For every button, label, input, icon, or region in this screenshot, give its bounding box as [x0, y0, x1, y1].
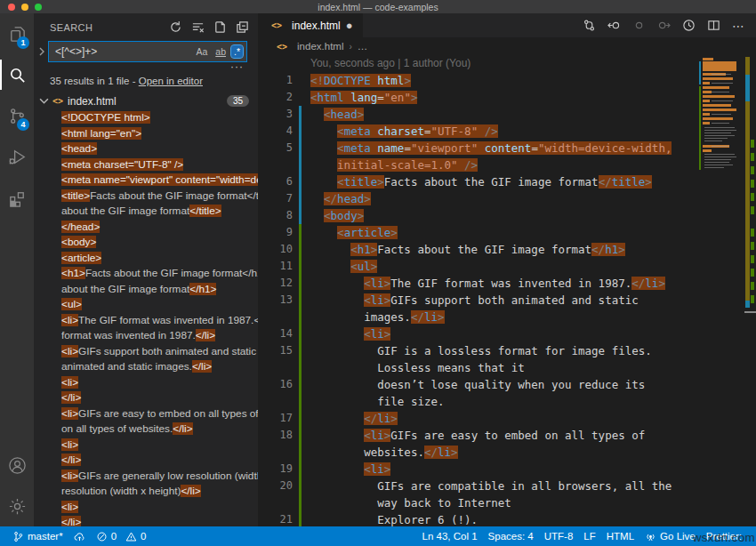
code-line[interactable]: Lossless means that it: [258, 359, 756, 376]
explorer-icon[interactable]: 1: [0, 13, 34, 54]
regex-toggle[interactable]: .*: [231, 45, 243, 58]
code-line[interactable]: 1<!DOCTYPE html>: [258, 72, 756, 89]
git-branch-item[interactable]: master*: [7, 526, 68, 546]
whole-word-toggle[interactable]: ab: [213, 45, 229, 58]
search-result-row[interactable]: </li>: [34, 453, 258, 469]
next-change-icon[interactable]: [657, 19, 671, 32]
search-result-row[interactable]: <li>GIFs are generally low resolution (w…: [34, 469, 258, 485]
account-icon[interactable]: [0, 445, 34, 486]
eol-item[interactable]: LF: [578, 531, 600, 542]
open-in-editor-link[interactable]: Open in editor: [139, 76, 203, 86]
search-result-row[interactable]: <li>GIFs support both animated and stati…: [34, 344, 258, 360]
encoding-item[interactable]: UTF-8: [539, 531, 579, 542]
clear-search-results-icon[interactable]: [191, 20, 205, 34]
toggle-search-details-button[interactable]: ···: [34, 62, 258, 71]
split-editor-icon[interactable]: [707, 19, 720, 32]
language-mode-item[interactable]: HTML: [601, 531, 639, 542]
search-result-row[interactable]: <body>: [34, 235, 258, 251]
search-result-row[interactable]: </head>: [34, 220, 258, 236]
code-line[interactable]: 16doesn’t lose quality when you reduce i…: [258, 376, 756, 393]
code-line[interactable]: 12<li>The GIF format was invented in 198…: [258, 275, 756, 292]
file-history-icon[interactable]: [682, 19, 696, 32]
code-line[interactable]: 3<head>: [258, 106, 756, 123]
search-result-row[interactable]: on all types of websites.</li>: [34, 422, 258, 438]
search-result-row[interactable]: <ul>: [34, 297, 258, 313]
code-line[interactable]: 13<li>GIFs support both animated and sta…: [258, 292, 756, 309]
code-line[interactable]: 4<meta charset="UTF-8" />: [258, 123, 756, 140]
more-actions-icon[interactable]: ⋯: [732, 20, 744, 32]
search-input[interactable]: <[^<>]+> Aa ab .*: [48, 41, 247, 62]
search-result-row[interactable]: <meta name="viewport" content="width=de…: [34, 173, 258, 189]
search-result-row[interactable]: </li>: [34, 515, 258, 526]
code-line[interactable]: 5<meta name="viewport" content="width=de…: [258, 140, 756, 157]
search-result-row[interactable]: <h1>Facts about the GIF image format</h1…: [34, 266, 258, 282]
indentation-item[interactable]: Spaces: 4: [483, 531, 539, 542]
extensions-icon[interactable]: [0, 177, 34, 218]
toggle-replace-chevron-icon[interactable]: [36, 47, 48, 56]
collapse-all-icon[interactable]: [236, 20, 249, 34]
result-file-row[interactable]: <> index.html 35: [34, 92, 258, 110]
code-line[interactable]: images.</li>: [258, 309, 756, 325]
code-line[interactable]: initial-scale=1.0" />: [258, 157, 756, 173]
breadcrumb[interactable]: <> index.html › …: [258, 37, 756, 55]
code-line[interactable]: 17</li>: [258, 410, 756, 427]
zoom-window-button[interactable]: [35, 4, 42, 11]
code-line[interactable]: 8<body>: [258, 207, 756, 224]
code-line[interactable]: 21Explorer 6 (!).: [258, 511, 756, 526]
settings-gear-icon[interactable]: [0, 486, 34, 526]
search-result-row[interactable]: about the GIF image format</h1>: [34, 282, 258, 298]
code-line[interactable]: 15GIF is a lossless format for image fil…: [258, 342, 756, 359]
search-icon[interactable]: [0, 54, 34, 95]
change-marker-icon[interactable]: [632, 19, 646, 32]
modified-indicator-dot[interactable]: ●: [346, 20, 353, 31]
go-live-item[interactable]: Go Live: [639, 531, 701, 542]
tab-index-html[interactable]: <> index.html ●: [258, 13, 363, 37]
code-line[interactable]: websites.</li>: [258, 444, 756, 461]
run-and-debug-icon[interactable]: [0, 136, 34, 177]
search-result-row[interactable]: <head>: [34, 141, 258, 157]
code-line[interactable]: file size.: [258, 393, 756, 410]
search-result-row[interactable]: <article>: [34, 251, 258, 267]
match-case-toggle[interactable]: Aa: [193, 45, 210, 58]
code-line[interactable]: 18<li>GIFs are easy to embed on all type…: [258, 427, 756, 444]
code-line[interactable]: 2<html lang="en">: [258, 89, 756, 106]
search-result-row[interactable]: <li>: [34, 500, 258, 516]
code-line[interactable]: 20GIFs are compatible in all browsers, a…: [258, 478, 756, 494]
minimize-window-button[interactable]: [21, 4, 28, 11]
blame-annotation[interactable]: You, seconds ago | 1 author (You): [258, 55, 756, 72]
minimap[interactable]: [699, 56, 744, 173]
problems-item[interactable]: 0 0: [91, 526, 152, 546]
search-result-row[interactable]: format was invented in 1987.</li>: [34, 328, 258, 344]
open-new-search-editor-icon[interactable]: [213, 20, 227, 34]
close-window-button[interactable]: [8, 4, 15, 11]
code-line[interactable]: 9<article>: [258, 224, 756, 241]
code-line[interactable]: 11<ul>: [258, 258, 756, 275]
search-result-row[interactable]: <meta charset="UTF-8" />: [34, 157, 258, 173]
cursor-position-item[interactable]: Ln 43, Col 1: [417, 531, 483, 542]
search-result-row[interactable]: <li>GIFs are easy to embed on all types …: [34, 406, 258, 422]
sync-changes-item[interactable]: [68, 526, 91, 546]
code-line[interactable]: 10<h1>Facts about the GIF image format</…: [258, 241, 756, 258]
prettier-item[interactable]: Prettier:: [701, 531, 747, 542]
source-control-icon[interactable]: 4: [0, 95, 34, 136]
compare-changes-icon[interactable]: [583, 19, 596, 32]
search-result-row[interactable]: about the GIF image format</title>: [34, 204, 258, 220]
code-line[interactable]: 6<title>Facts about the GIF image format…: [258, 173, 756, 190]
refresh-icon[interactable]: [169, 20, 182, 34]
search-result-row[interactable]: </li>: [34, 390, 258, 406]
search-result-row[interactable]: <li>: [34, 438, 258, 454]
search-result-row[interactable]: <html lang="en">: [34, 126, 258, 142]
search-result-row[interactable]: animated and static images.</li>: [34, 359, 258, 375]
search-result-row[interactable]: resolution (width x height)</li>: [34, 484, 258, 500]
search-result-row[interactable]: <li>: [34, 375, 258, 391]
code-line[interactable]: 7</head>: [258, 190, 756, 207]
code-line[interactable]: 19<li>: [258, 461, 756, 478]
code-line[interactable]: way back to Internet: [258, 494, 756, 511]
search-result-row[interactable]: <title>Facts about the GIF image format<…: [34, 189, 258, 205]
code-line[interactable]: 14<li>: [258, 325, 756, 342]
search-result-row[interactable]: <!DOCTYPE html>: [34, 110, 258, 126]
code-area[interactable]: You, seconds ago | 1 author (You)1<!DOCT…: [258, 55, 756, 526]
search-result-row[interactable]: <li>The GIF format was invented in 1987.…: [34, 313, 258, 329]
previous-change-icon[interactable]: [607, 19, 621, 32]
chevron-down-icon[interactable]: [39, 96, 49, 106]
